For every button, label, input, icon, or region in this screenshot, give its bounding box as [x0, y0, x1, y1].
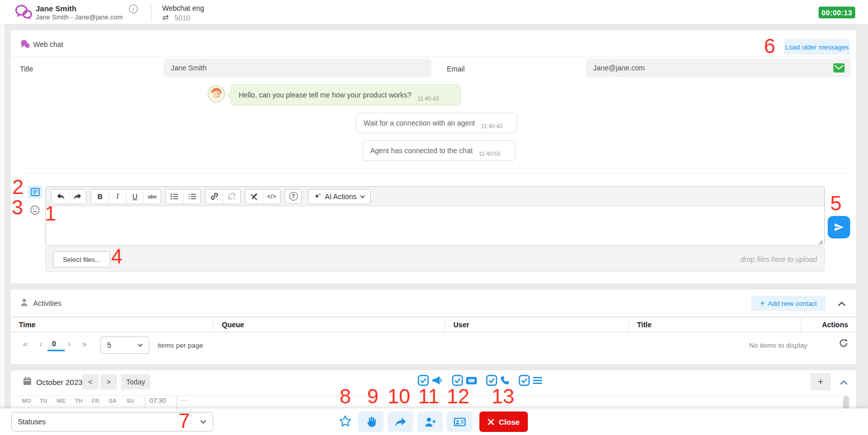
add-participant-button[interactable] — [417, 412, 443, 432]
checkbox-checked-icon — [452, 375, 463, 386]
customer-avatar — [208, 85, 225, 103]
add-new-contact-button[interactable]: + Add new contact — [751, 296, 826, 311]
bold-label: B — [97, 192, 103, 201]
collapse-calendar-chevron-icon[interactable] — [840, 378, 848, 387]
webchat-panel: Web chat Load older messages Title Jane … — [10, 30, 857, 284]
strikethrough-button[interactable]: abc — [143, 189, 161, 204]
activities-header-divider — [11, 316, 856, 317]
chat-message-time: 11:40:50 — [479, 151, 500, 160]
chat-bubbles-icon — [14, 4, 33, 23]
clear-format-button[interactable] — [245, 189, 263, 204]
load-older-messages-button[interactable]: Load older messages — [784, 39, 850, 55]
chat-message-system: Wait for a connection with an agent 11:4… — [356, 113, 517, 133]
pager-next-button[interactable]: › — [68, 339, 71, 349]
list-group — [165, 189, 201, 204]
text-style-group: B I U abc — [91, 189, 161, 204]
weekday-label: TH — [75, 398, 83, 404]
items-per-page-label: items per page — [158, 342, 203, 349]
undo-button[interactable] — [52, 189, 69, 204]
page-size-select[interactable]: 5 — [100, 336, 149, 354]
channel-number: 5010 — [174, 14, 190, 22]
grid-more-label: ... — [181, 395, 187, 402]
resize-handle[interactable] — [818, 239, 823, 244]
hand-icon — [366, 416, 376, 427]
bubble-tail-inner — [228, 92, 232, 98]
checkbox-checked-icon — [418, 375, 429, 386]
chat-message-text: Agent has connected to the chat — [370, 147, 473, 155]
underline-button[interactable]: U — [126, 189, 143, 204]
send-button[interactable] — [828, 216, 850, 238]
pager-active-indicator — [47, 350, 65, 351]
chevron-down-icon — [138, 344, 143, 347]
footer-action-bar: Statuses — [0, 408, 868, 435]
italic-button[interactable]: I — [109, 189, 126, 204]
refresh-icon[interactable] — [839, 339, 848, 350]
person-plus-icon — [424, 417, 436, 427]
statuses-select[interactable]: Statuses — [11, 412, 213, 431]
no-items-label: No items to display — [749, 342, 807, 349]
weekday-label: WE — [57, 398, 66, 404]
hold-button[interactable] — [358, 412, 384, 432]
collapse-activities-chevron-icon[interactable] — [838, 299, 846, 308]
filter-campaign[interactable] — [418, 375, 443, 386]
webchat-header-divider — [11, 57, 856, 57]
calendar-today-button[interactable]: Today — [121, 374, 150, 390]
filter-phone[interactable] — [486, 375, 509, 386]
italic-label: I — [116, 192, 119, 201]
plus-icon: + — [760, 299, 764, 308]
email-field-input[interactable]: Jane@jane.com — [586, 59, 851, 77]
close-button[interactable]: Close — [479, 412, 528, 432]
undo-redo-group — [51, 189, 87, 204]
pager-first-button[interactable]: « — [23, 339, 28, 349]
select-files-button[interactable]: Select files... — [53, 251, 110, 268]
filter-webchat[interactable] — [452, 375, 477, 386]
column-header-user[interactable]: User — [445, 318, 629, 332]
code-view-button[interactable]: </> — [263, 189, 280, 204]
chat-message-time: 11:40:43 — [481, 123, 502, 133]
file-upload-strip[interactable]: Select files... drop files here to uploa… — [45, 247, 825, 272]
calendar-add-button[interactable]: + — [810, 373, 831, 391]
emoji-icon[interactable] — [29, 204, 40, 215]
pager-prev-button[interactable]: ‹ — [39, 339, 42, 349]
calendar-prev-button[interactable]: < — [82, 374, 98, 390]
weekday-label: TU — [40, 398, 47, 404]
megaphone-icon — [432, 376, 443, 385]
bullet-list-button[interactable] — [166, 189, 183, 204]
filter-activities[interactable] — [519, 375, 542, 386]
ai-actions-button[interactable]: AI Actions — [308, 189, 371, 204]
page-size-value: 5 — [107, 341, 111, 349]
info-icon[interactable]: i — [129, 5, 138, 13]
chat-message-system: Agent has connected to the chat 11:40:50 — [363, 140, 516, 161]
calendar-next-button[interactable]: > — [100, 374, 117, 390]
weekday-label: SU — [126, 398, 134, 404]
forward-arrow-icon — [395, 417, 406, 427]
remove-link-button[interactable] — [223, 189, 240, 204]
column-header-actions: Actions — [801, 318, 856, 332]
help-button[interactable]: ? — [285, 189, 302, 204]
link-group — [205, 189, 241, 204]
canned-responses-icon[interactable] — [28, 185, 42, 199]
close-label: Close — [499, 418, 520, 426]
menu-icon — [533, 377, 542, 384]
bold-button[interactable]: B — [91, 189, 109, 204]
redo-button[interactable] — [69, 189, 86, 204]
calendar-icon — [23, 377, 32, 388]
contact-card-button[interactable] — [447, 412, 472, 432]
sparkles-icon — [314, 192, 321, 200]
favorite-button[interactable] — [338, 414, 353, 429]
star-icon — [339, 415, 352, 428]
transfer-button[interactable] — [388, 412, 413, 432]
title-field-input[interactable]: Jane Smith — [164, 59, 431, 77]
editor-content-area[interactable] — [46, 206, 824, 246]
column-header-queue[interactable]: Queue — [214, 318, 445, 332]
transfer-icon: ⇄ — [162, 13, 169, 22]
column-header-title[interactable]: Title — [629, 318, 801, 332]
insert-link-button[interactable] — [206, 189, 223, 204]
message-editor: B I U abc — [45, 186, 825, 246]
numbered-list-button[interactable] — [183, 189, 200, 204]
phone-icon — [500, 376, 509, 385]
pager-current-page[interactable]: 0 — [52, 340, 56, 348]
column-header-time[interactable]: Time — [11, 318, 214, 332]
pager-last-button[interactable]: » — [82, 339, 87, 349]
left-gutter — [0, 25, 5, 435]
